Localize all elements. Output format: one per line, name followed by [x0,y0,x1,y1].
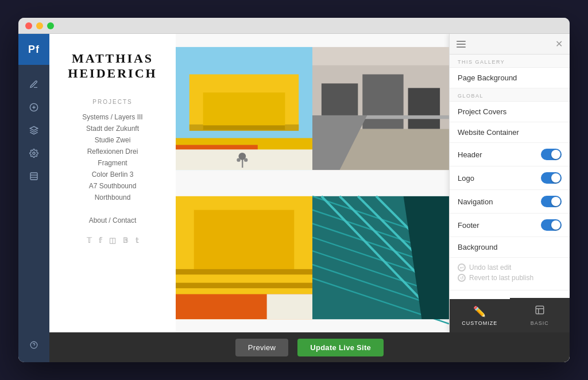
preview-inner: MATTHIAS HEIDERICH PROJECTS Systems / La… [49,34,570,332]
site-nav-item[interactable]: A7 Southbound [89,182,137,190]
svg-rect-52 [536,306,544,314]
page-background-item[interactable]: Page Background [450,68,570,88]
undo-section: ↩ Undo last edit ↺ Revert to last publis… [450,258,570,290]
help-icon[interactable] [24,335,44,355]
site-sidebar: MATTHIAS HEIDERICH PROJECTS Systems / La… [49,34,176,332]
logo-item[interactable]: Logo [450,166,570,190]
layout-icon[interactable] [24,166,44,187]
background-item[interactable]: Background [450,237,570,258]
mac-window: Pf [18,18,570,362]
site-nav-item[interactable]: Reflexionen Drei [87,148,138,156]
this-gallery-section-label: THIS GALLERY [450,55,570,68]
svg-rect-26 [408,88,440,129]
preview-bottom-bar: Preview Update Live Site [49,332,570,362]
logo-toggle[interactable] [541,172,562,184]
maximize-button[interactable] [47,22,54,29]
site-nav-item[interactable]: Stadt der Zukunft [86,125,139,133]
tumblr-icon[interactable]: 𝕥 [136,236,139,245]
panel-close-button[interactable]: ✕ [555,38,563,49]
titlebar [18,18,570,34]
layers-icon[interactable] [24,120,44,141]
footer-item[interactable]: Footer [450,214,570,237]
svg-rect-35 [176,283,312,289]
behance-icon[interactable]: 𝔹 [123,236,129,245]
panel-body: THIS GALLERY Page Background GLOBAL Proj… [450,55,570,298]
footer-toggle[interactable] [541,219,562,231]
edit-icon[interactable] [24,74,44,95]
navigation-toggle[interactable] [541,196,562,207]
svg-point-20 [237,158,240,161]
svg-rect-33 [194,210,295,274]
svg-rect-5 [30,173,37,180]
svg-rect-14 [203,125,285,130]
photo-teal-architecture [312,183,449,332]
hamburger-icon[interactable] [457,41,466,48]
preview-button[interactable]: Preview [235,339,288,356]
photo-grid [176,34,449,332]
photo-yellow-building [176,34,312,183]
panel-titlebar: ✕ [450,34,570,55]
instagram-icon[interactable]: ◫ [109,236,116,245]
tab-basic[interactable]: BASIC [510,298,570,332]
header-item[interactable]: Header [450,143,570,166]
photo-bw-architecture [312,34,449,183]
app-logo: Pf [18,34,49,65]
global-section-label: GLOBAL [450,88,570,102]
svg-point-4 [33,152,35,154]
header-toggle[interactable] [541,149,562,160]
undo-last-edit[interactable]: ↩ Undo last edit [458,263,562,272]
website-preview: MATTHIAS HEIDERICH PROJECTS Systems / La… [49,34,570,362]
svg-rect-25 [362,75,403,129]
svg-rect-34 [176,269,312,275]
project-covers-item[interactable]: Project Covers [450,102,570,122]
side-panel: ✕ THIS GALLERY Page Background GLOBAL Pr… [449,34,570,332]
window-content: Pf [18,34,570,362]
site-nav-title: PROJECTS [92,99,132,105]
svg-rect-13 [203,92,285,129]
website-container-item[interactable]: Website Container [450,122,570,143]
site-nav-item[interactable]: Studie Zwei [95,136,131,144]
photo-yellow-bottom [176,183,312,332]
site-social-icons: 𝕋 𝕗 ◫ 𝔹 𝕥 [87,236,139,245]
customize-icon: ✏️ [473,305,486,318]
navigation-item[interactable]: Navigation [450,190,570,214]
update-live-site-button[interactable]: Update Live Site [297,339,384,356]
close-button[interactable] [25,22,32,29]
facebook-icon[interactable]: 𝕗 [99,236,102,245]
site-logo: MATTHIAS HEIDERICH [68,51,157,82]
site-nav-item[interactable]: Fragment [98,159,127,167]
panel-footer-tabs: ✏️ CUSTOMIZE BASIC [450,298,570,332]
site-nav-item[interactable]: Color Berlin 3 [92,170,134,179]
revert-to-last-publish[interactable]: ↺ Revert to last publish [458,274,562,282]
site-nav-item[interactable]: Systems / Layers III [82,113,142,121]
site-nav-item[interactable]: Northbound [95,193,131,201]
twitter-icon[interactable]: 𝕋 [87,236,92,245]
site-about-link[interactable]: About / Contact [89,216,137,224]
tab-customize[interactable]: ✏️ CUSTOMIZE [450,298,510,332]
minimize-button[interactable] [36,22,43,29]
add-icon[interactable] [24,97,44,118]
svg-rect-17 [176,149,312,170]
toolbar-bottom [24,328,44,362]
toolbar-icons [24,65,44,328]
svg-marker-3 [30,126,37,130]
settings-icon[interactable] [24,143,44,164]
left-toolbar: Pf [18,34,49,362]
svg-rect-37 [267,294,312,319]
basic-icon [535,305,545,318]
svg-point-21 [244,158,247,161]
